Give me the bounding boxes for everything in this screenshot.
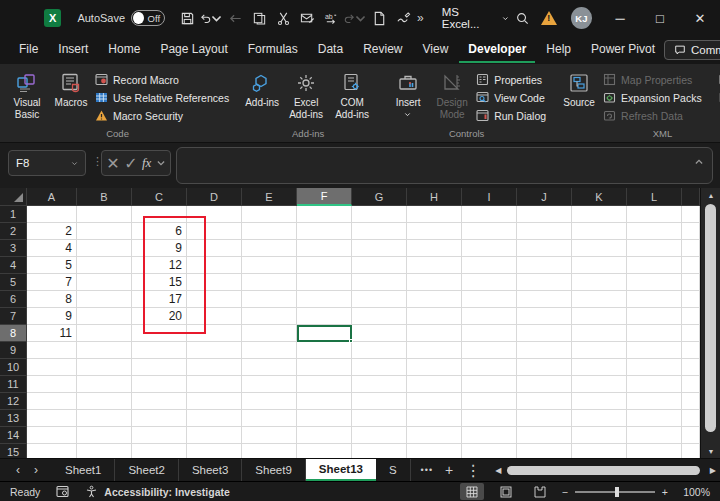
cell-J10[interactable] xyxy=(517,359,572,376)
cell-partial-1[interactable] xyxy=(682,206,700,223)
sheet-tab-sheet13[interactable]: Sheet13 xyxy=(306,459,376,481)
toolbar-overflow-icon[interactable]: » xyxy=(417,11,424,25)
zoom-slider[interactable] xyxy=(575,491,655,493)
add-ins-button[interactable]: Add-ins xyxy=(241,68,283,109)
macro-security-button[interactable]: Macro Security xyxy=(94,108,229,123)
visual-basic-button[interactable]: Visual Basic xyxy=(6,68,48,120)
scroll-down-icon[interactable]: ▼ xyxy=(701,444,720,458)
cell-G12[interactable] xyxy=(352,393,407,410)
vertical-scrollbar-thumb[interactable] xyxy=(705,204,716,432)
row-header-10[interactable]: 10 xyxy=(0,359,27,376)
cell-I5[interactable] xyxy=(462,274,517,291)
cell-J12[interactable] xyxy=(517,393,572,410)
cell-I8[interactable] xyxy=(462,325,517,342)
cell-I15[interactable] xyxy=(462,444,517,458)
cell-partial-4[interactable] xyxy=(682,257,700,274)
page-layout-view-icon[interactable] xyxy=(494,483,518,500)
cell-A13[interactable] xyxy=(27,410,77,427)
cell-K13[interactable] xyxy=(572,410,627,427)
row-header-6[interactable]: 6 xyxy=(0,291,27,308)
cell-J6[interactable] xyxy=(517,291,572,308)
menu-tab-file[interactable]: File xyxy=(10,37,47,63)
cell-A9[interactable] xyxy=(27,342,77,359)
cell-L1[interactable] xyxy=(627,206,682,223)
cell-F7[interactable] xyxy=(297,308,352,325)
cell-B15[interactable] xyxy=(77,444,132,458)
maximize-button[interactable]: □ xyxy=(640,0,680,36)
select-all-corner[interactable] xyxy=(0,188,27,206)
cell-partial-12[interactable] xyxy=(682,393,700,410)
next-sheet-icon[interactable]: › xyxy=(34,463,38,477)
cell-C10[interactable] xyxy=(132,359,187,376)
cell-H4[interactable] xyxy=(407,257,462,274)
cell-B8[interactable] xyxy=(77,325,132,342)
run-dialog-button[interactable]: Run Dialog xyxy=(475,108,546,123)
cell-K3[interactable] xyxy=(572,240,627,257)
cell-I11[interactable] xyxy=(462,376,517,393)
row-header-12[interactable]: 12 xyxy=(0,393,27,410)
cell-F12[interactable] xyxy=(297,393,352,410)
expansion-packs-button[interactable]: Expansion Packs xyxy=(602,90,702,105)
zoom-out-icon[interactable]: − xyxy=(562,486,568,498)
cell-E10[interactable] xyxy=(242,359,297,376)
cell-K7[interactable] xyxy=(572,308,627,325)
column-header-D[interactable]: D xyxy=(187,188,242,206)
save-icon[interactable] xyxy=(175,5,199,31)
warning-icon[interactable] xyxy=(536,4,563,32)
name-box[interactable]: F8 xyxy=(8,150,86,176)
cell-I9[interactable] xyxy=(462,342,517,359)
sheet-tab-sheet1[interactable]: Sheet1 xyxy=(52,459,115,481)
column-header-A[interactable]: A xyxy=(27,188,77,206)
row-header-5[interactable]: 5 xyxy=(0,274,27,291)
cell-partial-2[interactable] xyxy=(682,223,700,240)
cell-I13[interactable] xyxy=(462,410,517,427)
cell-K14[interactable] xyxy=(572,427,627,444)
macros-button[interactable]: Macros xyxy=(50,68,92,109)
menu-tab-developer[interactable]: Developer xyxy=(459,37,535,63)
cell-G11[interactable] xyxy=(352,376,407,393)
autosave-toggle[interactable]: Off xyxy=(131,10,165,26)
cell-B12[interactable] xyxy=(77,393,132,410)
cell-A1[interactable] xyxy=(27,206,77,223)
column-header-C[interactable]: C xyxy=(132,188,187,206)
row-header-14[interactable]: 14 xyxy=(0,427,27,444)
cell-A8[interactable]: 11 xyxy=(27,325,77,342)
column-header-B[interactable]: B xyxy=(77,188,132,206)
cell-J4[interactable] xyxy=(517,257,572,274)
sheet-options-icon[interactable]: ⋮ xyxy=(465,461,481,480)
cell-L8[interactable] xyxy=(627,325,682,342)
cell-G8[interactable] xyxy=(352,325,407,342)
insert-function-icon[interactable]: fx xyxy=(142,155,151,171)
cell-E15[interactable] xyxy=(242,444,297,458)
cell-partial-14[interactable] xyxy=(682,427,700,444)
cancel-icon[interactable]: ✕ xyxy=(106,154,119,173)
cell-B5[interactable] xyxy=(77,274,132,291)
cell-B2[interactable] xyxy=(77,223,132,240)
column-header-F[interactable]: F xyxy=(297,188,352,206)
cell-K12[interactable] xyxy=(572,393,627,410)
cell-K4[interactable] xyxy=(572,257,627,274)
page-break-view-icon[interactable] xyxy=(528,483,552,500)
horizontal-scrollbar[interactable]: ◀ ▶ xyxy=(491,459,720,481)
cell-G13[interactable] xyxy=(352,410,407,427)
undo-icon[interactable] xyxy=(199,5,223,31)
cell-G4[interactable] xyxy=(352,257,407,274)
row-header-1[interactable]: 1 xyxy=(0,206,27,223)
cell-H10[interactable] xyxy=(407,359,462,376)
mail-icon[interactable] xyxy=(295,5,319,31)
insert-controls-button[interactable]: Insert xyxy=(387,68,429,118)
cell-J3[interactable] xyxy=(517,240,572,257)
cell-F1[interactable] xyxy=(297,206,352,223)
normal-view-icon[interactable] xyxy=(460,483,484,500)
cell-F2[interactable] xyxy=(297,223,352,240)
cell-D10[interactable] xyxy=(187,359,242,376)
cell-D11[interactable] xyxy=(187,376,242,393)
cell-G15[interactable] xyxy=(352,444,407,458)
cell-C15[interactable] xyxy=(132,444,187,458)
cell-H11[interactable] xyxy=(407,376,462,393)
cell-H14[interactable] xyxy=(407,427,462,444)
new-sheet-icon[interactable]: + xyxy=(445,462,453,478)
cell-G9[interactable] xyxy=(352,342,407,359)
cell-E9[interactable] xyxy=(242,342,297,359)
cell-E12[interactable] xyxy=(242,393,297,410)
